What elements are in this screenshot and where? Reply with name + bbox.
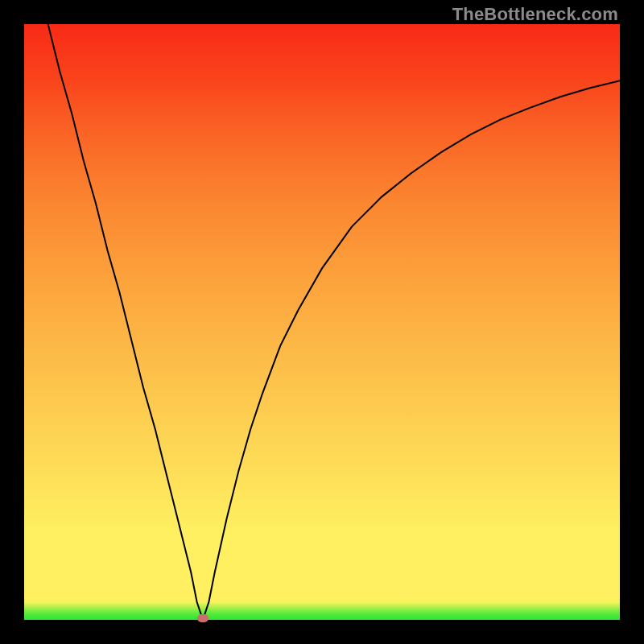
curve-svg: [24, 24, 620, 620]
chart-frame: TheBottleneck.com: [0, 0, 644, 644]
watermark-text: TheBottleneck.com: [452, 4, 618, 25]
min-point-marker: [197, 614, 208, 622]
plot-area: [24, 24, 620, 620]
bottleneck-curve-path: [48, 24, 620, 620]
